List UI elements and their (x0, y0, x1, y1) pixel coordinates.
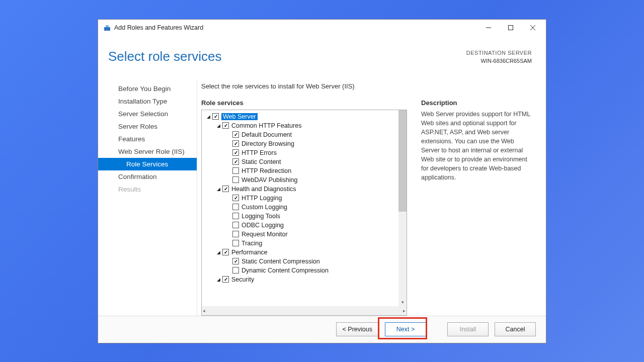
tree-item-label: Security (231, 276, 254, 283)
checkbox[interactable] (232, 204, 239, 210)
app-icon (103, 24, 111, 32)
role-services-tree: ◢Web Server◢Common HTTP FeaturesDefault … (201, 110, 407, 316)
vertical-scrollbar-thumb[interactable] (398, 110, 407, 212)
window-controls (477, 20, 544, 35)
checkbox[interactable] (232, 258, 239, 264)
nav-step-8: Results (98, 183, 197, 196)
tree-item-label: ODBC Logging (242, 222, 284, 229)
description-column: Description Web Server provides support … (421, 99, 532, 316)
destination-label: DESTINATION SERVER (466, 49, 532, 57)
nav-step-6[interactable]: Role Services (98, 158, 197, 170)
tree-item-13[interactable]: Request Monitor (202, 230, 407, 239)
role-services-column: Role services ◢Web Server◢Common HTTP Fe… (201, 99, 407, 316)
tree-item-9[interactable]: HTTP Logging (202, 194, 407, 203)
tree-item-2[interactable]: Default Document (202, 130, 407, 139)
tree-item-label: Directory Browsing (242, 140, 294, 147)
tree-item-label: Health and Diagnostics (231, 186, 296, 193)
expander-icon[interactable]: ◢ (216, 187, 221, 192)
tree-item-5[interactable]: Static Content (202, 157, 407, 166)
tree-item-7[interactable]: WebDAV Publishing (202, 175, 407, 185)
tree-item-label: HTTP Logging (242, 195, 282, 202)
tree-item-label: Request Monitor (242, 231, 288, 238)
nav-step-7[interactable]: Confirmation (98, 170, 197, 183)
tree-item-6[interactable]: HTTP Redirection (202, 166, 407, 175)
tree-item-11[interactable]: Logging Tools (202, 212, 407, 221)
checkbox[interactable] (232, 167, 239, 174)
scroll-right-icon[interactable]: ▸ (403, 308, 406, 313)
titlebar: Add Roles and Features Wizard (98, 20, 546, 37)
nav-step-1[interactable]: Installation Type (98, 95, 197, 108)
nav-step-5[interactable]: Web Server Role (IIS) (98, 145, 197, 158)
nav-step-2[interactable]: Server Selection (98, 108, 197, 120)
tree-item-label: Default Document (242, 131, 292, 138)
svg-rect-0 (104, 27, 110, 31)
role-services-heading: Role services (201, 99, 407, 107)
tree-item-1[interactable]: ◢Common HTTP Features (202, 121, 407, 130)
expander-icon[interactable]: ◢ (206, 114, 211, 119)
install-button[interactable]: Install (447, 322, 489, 336)
header: Select role services DESTINATION SERVER … (98, 37, 546, 65)
cancel-button[interactable]: Cancel (495, 322, 536, 336)
tree-item-label: Web Server (221, 113, 258, 120)
checkbox[interactable] (232, 240, 239, 246)
scroll-left-icon[interactable]: ◂ (203, 308, 205, 313)
next-button[interactable]: Next > (385, 322, 426, 336)
tree-item-3[interactable]: Directory Browsing (202, 139, 407, 148)
tree-item-14[interactable]: Tracing (202, 239, 407, 248)
page-title: Select role services (108, 49, 466, 64)
checkbox[interactable] (222, 122, 229, 129)
tree-item-12[interactable]: ODBC Logging (202, 221, 407, 230)
tree-item-label: HTTP Redirection (242, 167, 291, 174)
vertical-scrollbar-track[interactable] (398, 110, 407, 306)
previous-button[interactable]: < Previous (336, 322, 379, 336)
tree-item-label: Logging Tools (242, 213, 280, 220)
vertical-scrollbar-down[interactable]: ▾ (398, 298, 407, 306)
wizard-window: Add Roles and Features Wizard Select rol… (98, 19, 546, 343)
svg-rect-1 (106, 25, 109, 27)
svg-rect-3 (509, 26, 513, 30)
checkbox[interactable] (232, 140, 239, 147)
tree-item-17[interactable]: Dynamic Content Compression (202, 266, 407, 275)
nav-step-0[interactable]: Before You Begin (98, 82, 197, 95)
nav-step-3[interactable]: Server Roles (98, 120, 197, 133)
checkbox[interactable] (232, 222, 239, 228)
tree-item-8[interactable]: ◢Health and Diagnostics (202, 185, 407, 194)
checkbox[interactable] (222, 186, 229, 192)
tree-item-18[interactable]: ◢Security (202, 275, 407, 284)
expander-icon[interactable]: ◢ (216, 250, 221, 255)
checkbox[interactable] (232, 149, 239, 156)
expander-icon[interactable]: ◢ (216, 123, 221, 128)
wizard-steps-sidebar: Before You BeginInstallation TypeServer … (98, 79, 197, 316)
close-button[interactable] (522, 20, 544, 35)
checkbox[interactable] (222, 276, 229, 283)
checkbox[interactable] (232, 195, 239, 201)
minimize-button[interactable] (477, 20, 500, 35)
checkbox[interactable] (232, 158, 239, 165)
horizontal-scrollbar[interactable]: ◂ ▸ (202, 306, 407, 315)
checkbox[interactable] (232, 267, 239, 274)
destination-server-name: WIN-6836CR65SAM (466, 57, 532, 65)
checkbox[interactable] (232, 131, 239, 138)
checkbox[interactable] (232, 213, 239, 219)
tree-item-label: Tracing (242, 240, 262, 247)
tree-item-label: Static Content Compression (242, 258, 320, 265)
tree-item-15[interactable]: ◢Performance (202, 248, 407, 257)
tree-item-0[interactable]: ◢Web Server (202, 112, 407, 121)
footer: < Previous Next > Install Cancel (98, 316, 546, 343)
tree-item-10[interactable]: Custom Logging (202, 203, 407, 212)
tree-item-label: Custom Logging (242, 204, 287, 211)
checkbox[interactable] (232, 231, 239, 237)
maximize-button[interactable] (500, 20, 522, 35)
tree-item-label: Static Content (242, 158, 281, 165)
checkbox[interactable] (222, 249, 229, 255)
expander-icon[interactable]: ◢ (216, 277, 221, 282)
tree-item-label: WebDAV Publishing (242, 176, 297, 184)
tree-item-label: Common HTTP Features (231, 122, 301, 129)
main-panel: Select the role services to install for … (197, 79, 546, 316)
nav-step-4[interactable]: Features (98, 133, 197, 145)
tree-item-16[interactable]: Static Content Compression (202, 257, 407, 266)
tree-item-4[interactable]: HTTP Errors (202, 148, 407, 157)
checkbox[interactable] (212, 113, 219, 120)
checkbox[interactable] (232, 176, 239, 183)
description-text: Web Server provides support for HTML Web… (421, 110, 532, 183)
